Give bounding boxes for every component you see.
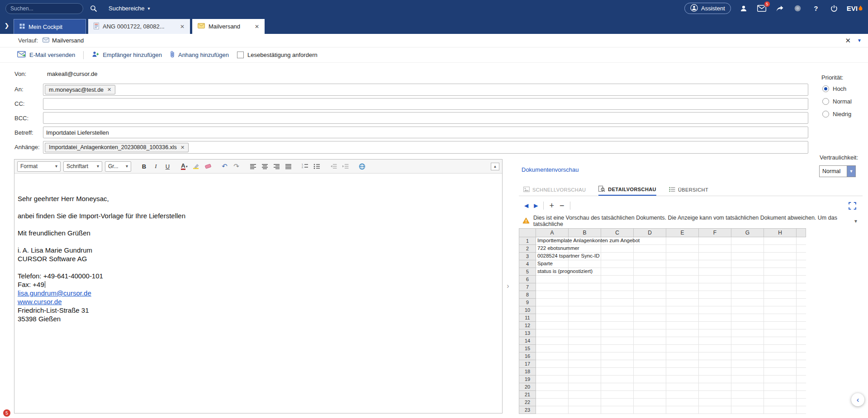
add-attachment-button[interactable]: Anhang hinzufügen bbox=[170, 51, 229, 59]
bcc-field[interactable] bbox=[43, 112, 808, 124]
previous-page-icon[interactable]: ◀ bbox=[524, 202, 528, 209]
subject-field[interactable]: Importdatei Lieferstellen bbox=[43, 127, 808, 138]
sheet-row[interactable]: 5status is (prognostiziert) bbox=[519, 268, 806, 276]
help-icon[interactable]: ? bbox=[811, 3, 821, 14]
bullet-list-button[interactable] bbox=[312, 161, 322, 172]
column-header[interactable]: D bbox=[634, 228, 666, 237]
attachment-chip[interactable]: Importdatei_Anlagenkonten_20230808_10033… bbox=[45, 143, 189, 152]
sheet-row[interactable]: 15 bbox=[519, 345, 806, 352]
next-page-icon[interactable]: ▶ bbox=[534, 202, 538, 209]
sheet-row[interactable]: 23 bbox=[519, 406, 806, 414]
email-body[interactable]: Sehr geehrter Herr Moneysac, anbei finde… bbox=[14, 174, 502, 323]
sheet-row[interactable]: 11 bbox=[519, 314, 806, 322]
radio-icon[interactable] bbox=[822, 98, 829, 105]
sheet-row[interactable]: 16 bbox=[519, 352, 806, 360]
size-select[interactable]: Gr...▾ bbox=[105, 161, 131, 172]
email-link[interactable]: lisa.gundrum@cursor.de bbox=[18, 289, 91, 297]
sheet-row[interactable]: 20 bbox=[519, 383, 806, 391]
sheet-row[interactable]: 21 bbox=[519, 391, 806, 399]
sheet-row[interactable]: 7 bbox=[519, 283, 806, 291]
user-icon[interactable] bbox=[738, 3, 749, 14]
column-header[interactable]: H bbox=[764, 228, 797, 237]
close-panel-icon[interactable]: ✕ bbox=[845, 37, 851, 45]
tab-overflow-chevron[interactable]: ❯ bbox=[0, 17, 14, 34]
assistant-button[interactable]: Assistent bbox=[684, 3, 731, 14]
remove-format-button[interactable] bbox=[203, 161, 213, 172]
remove-recipient-icon[interactable]: ✕ bbox=[107, 87, 111, 93]
zoom-out-icon[interactable]: − bbox=[560, 202, 564, 210]
sheet-row[interactable]: 6 bbox=[519, 276, 806, 283]
column-header[interactable]: A bbox=[536, 228, 569, 237]
presence-icon[interactable] bbox=[792, 3, 803, 14]
radio-icon[interactable] bbox=[822, 85, 829, 92]
priority-option-niedrig[interactable]: Niedrig bbox=[822, 111, 851, 117]
insert-link-icon[interactable] bbox=[357, 161, 367, 172]
sheet-row[interactable]: 1Importtemplate Anlagenkonten zum Angebo… bbox=[519, 237, 806, 245]
close-icon[interactable]: ✕ bbox=[180, 23, 185, 30]
sheet-row[interactable]: 17 bbox=[519, 360, 806, 368]
ordered-list-button[interactable]: 1.2. bbox=[300, 161, 310, 172]
attachments-field[interactable]: Importdatei_Anlagenkonten_20230808_10033… bbox=[43, 141, 808, 154]
forward-icon[interactable] bbox=[774, 3, 785, 14]
bold-button[interactable]: B bbox=[139, 161, 149, 172]
undo-button[interactable]: ↶ bbox=[219, 161, 230, 172]
font-select[interactable]: Schriftart▾ bbox=[63, 161, 102, 172]
expand-warning-icon[interactable]: ▼ bbox=[854, 219, 858, 224]
align-center-button[interactable] bbox=[260, 161, 270, 172]
sheet-row[interactable]: 8 bbox=[519, 291, 806, 299]
website-link[interactable]: www.cursor.de bbox=[18, 298, 62, 305]
fullscreen-icon[interactable] bbox=[849, 199, 856, 212]
logout-icon[interactable] bbox=[829, 3, 840, 14]
column-header[interactable]: G bbox=[731, 228, 764, 237]
read-receipt-toggle[interactable]: Lesebestätigung anfordern bbox=[237, 52, 318, 58]
column-header[interactable]: E bbox=[666, 228, 699, 237]
font-color-button[interactable]: A▾ bbox=[179, 161, 190, 172]
to-field[interactable]: m.moneysac@test.de ✕ bbox=[43, 84, 808, 96]
read-receipt-checkbox[interactable] bbox=[237, 52, 244, 58]
sheet-row[interactable]: 4Sparte bbox=[519, 260, 806, 268]
align-right-button[interactable] bbox=[271, 161, 282, 172]
sheet-row[interactable]: 13 bbox=[519, 329, 806, 337]
close-icon[interactable]: ✕ bbox=[255, 23, 259, 30]
justify-button[interactable] bbox=[283, 161, 294, 172]
zoom-in-icon[interactable]: + bbox=[549, 202, 554, 210]
tab-detailvorschau[interactable]: DETAILVORSCHAU bbox=[598, 183, 656, 196]
redo-button[interactable]: ↷ bbox=[231, 161, 242, 172]
column-header[interactable]: F bbox=[699, 228, 731, 237]
column-header[interactable]: C bbox=[601, 228, 634, 237]
bcc-input[interactable] bbox=[45, 115, 806, 122]
mail-icon[interactable]: 5 bbox=[756, 3, 767, 14]
column-header[interactable]: B bbox=[569, 228, 601, 237]
tab-angebot[interactable]: ANG 0001722, 08082... ✕ bbox=[88, 19, 190, 34]
tab-schnellvorschau[interactable]: SCHNELLVORSCHAU bbox=[523, 183, 586, 196]
recipient-chip[interactable]: m.moneysac@test.de ✕ bbox=[45, 85, 115, 94]
cc-field[interactable] bbox=[43, 98, 808, 110]
sheet-row[interactable]: 9 bbox=[519, 299, 806, 306]
priority-option-normal[interactable]: Normal bbox=[822, 98, 852, 105]
cc-input[interactable] bbox=[45, 101, 806, 108]
radio-icon[interactable] bbox=[822, 111, 829, 117]
send-email-button[interactable]: E-Mail versenden bbox=[17, 51, 75, 59]
sheet-corner-cell[interactable] bbox=[519, 228, 536, 237]
panel-splitter-handle[interactable]: › bbox=[504, 280, 512, 292]
add-recipient-button[interactable]: Empfänger hinzufügen bbox=[92, 51, 162, 59]
outdent-button[interactable] bbox=[328, 161, 339, 172]
tab-mein-cockpit[interactable]: Mein Cockpit bbox=[14, 19, 86, 34]
sheet-row[interactable]: 19 bbox=[519, 376, 806, 383]
search-areas-dropdown[interactable]: Suchbereiche ▾ bbox=[109, 5, 150, 12]
sheet-row[interactable]: 22 bbox=[519, 399, 806, 406]
format-select[interactable]: Format▾ bbox=[17, 161, 61, 172]
priority-option-hoch[interactable]: Hoch bbox=[822, 85, 846, 92]
tab-uebersicht[interactable]: ÜBERSICHT bbox=[669, 183, 708, 196]
search-input[interactable] bbox=[10, 5, 78, 12]
history-current[interactable]: Mailversand bbox=[52, 37, 84, 44]
slide-panel-toggle[interactable]: ‹ bbox=[851, 393, 864, 406]
indent-button[interactable] bbox=[340, 161, 351, 172]
search-icon[interactable] bbox=[88, 3, 100, 14]
panel-dropdown-icon[interactable]: ▼ bbox=[857, 38, 862, 43]
sheet-row[interactable]: 14 bbox=[519, 337, 806, 345]
sheet-row[interactable]: 2722 ebotsnummer bbox=[519, 245, 806, 253]
align-left-button[interactable] bbox=[248, 161, 258, 172]
sheet-row[interactable]: 18 bbox=[519, 368, 806, 376]
underline-button[interactable]: U bbox=[162, 161, 173, 172]
